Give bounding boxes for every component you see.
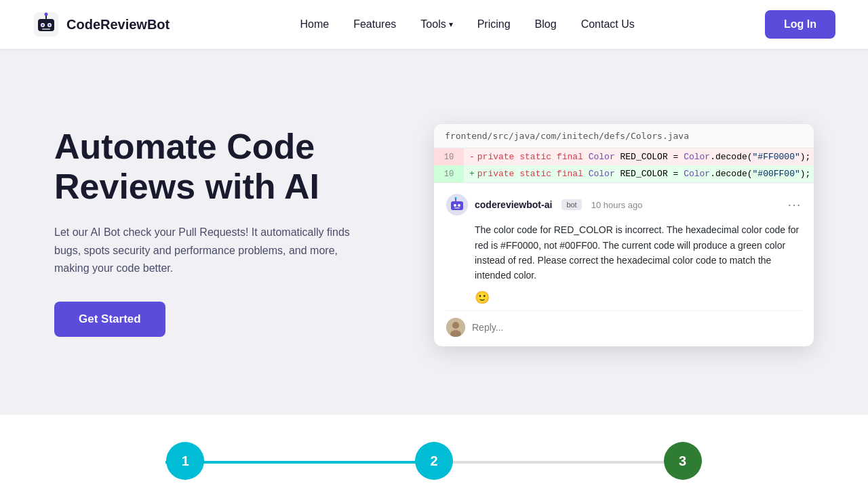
- hero-left: Automate Code Reviews with AI Let our AI…: [54, 127, 407, 338]
- keyword-static-added: static: [519, 169, 551, 179]
- step-3: 3 Create a PR to Trigger CodeReviewBot: [558, 442, 807, 488]
- keyword-private: private: [477, 152, 515, 162]
- keyword-color: Color: [589, 152, 615, 162]
- svg-point-17: [452, 322, 459, 329]
- diff-minus-icon: -: [469, 152, 475, 162]
- steps-row: 1 Sign In with GitHub 2 Authorize CodeRe…: [61, 442, 807, 488]
- step-2-num: 2: [430, 453, 437, 469]
- diff-line-num-removed: 10: [434, 148, 464, 165]
- tools-chevron-icon: ▾: [449, 20, 453, 29]
- comment-time: 10 hours ago: [591, 200, 643, 210]
- user-avatar-icon: [446, 318, 465, 337]
- comment-header: codereviewbot-ai bot 10 hours ago ⋯: [446, 194, 802, 216]
- diff-line-content-removed: -private static final Color RED_COLOR = …: [464, 148, 814, 165]
- nav-logo[interactable]: CodeReviewBot: [33, 11, 170, 38]
- review-card: frontend/src/java/com/initech/defs/Color…: [434, 124, 814, 346]
- svg-rect-10: [451, 201, 463, 210]
- hero-title: Automate Code Reviews with AI: [54, 127, 407, 208]
- reply-input[interactable]: [472, 322, 802, 333]
- keyword-color-decode-added: Color: [684, 169, 710, 179]
- code-diff: frontend/src/java/com/initech/defs/Color…: [434, 124, 814, 182]
- diff-line-removed: 10 -private static final Color RED_COLOR…: [434, 148, 814, 165]
- diff-plus-icon: +: [469, 169, 475, 179]
- bot-name: codereviewbot-ai: [475, 199, 552, 210]
- svg-point-5: [42, 24, 44, 26]
- reply-row: [446, 310, 802, 340]
- keyword-private-added: private: [477, 169, 515, 179]
- diff-line-content-added: +private static final Color RED_COLOR = …: [464, 165, 814, 182]
- keyword-static: static: [519, 152, 551, 162]
- nav-logo-text: CodeReviewBot: [66, 17, 170, 33]
- keyword-color-decode: Color: [684, 152, 710, 162]
- steps-section: 1 Sign In with GitHub 2 Authorize CodeRe…: [0, 415, 868, 488]
- keyword-final: final: [557, 152, 583, 162]
- svg-point-14: [455, 197, 457, 199]
- step-1-num: 1: [182, 453, 189, 469]
- bot-avatar-icon: [450, 197, 465, 212]
- step-2: 2 Authorize CodeReviewBot App: [310, 442, 559, 488]
- bot-avatar: [446, 194, 468, 216]
- nav-pricing[interactable]: Pricing: [477, 18, 511, 30]
- nav-tools-dropdown[interactable]: Tools ▾: [420, 18, 452, 30]
- nav-blog[interactable]: Blog: [535, 18, 557, 30]
- hero-subtitle: Let our AI Bot check your Pull Requests!…: [54, 224, 366, 277]
- nav-features[interactable]: Features: [353, 18, 396, 30]
- diff-line-num-added: 10: [434, 165, 464, 182]
- svg-point-9: [45, 13, 48, 16]
- string-green: "#00FF00": [753, 169, 800, 179]
- hero-right: frontend/src/java/com/initech/defs/Color…: [407, 117, 814, 346]
- comment-body: The color code for RED_COLOR is incorrec…: [475, 222, 802, 283]
- navbar: CodeReviewBot Home Features Tools ▾ Pric…: [0, 0, 868, 49]
- svg-point-11: [454, 204, 456, 207]
- step-3-num: 3: [679, 453, 686, 469]
- emoji-button[interactable]: 🙂: [475, 290, 802, 305]
- nav-contact[interactable]: Contact Us: [581, 18, 635, 30]
- hero-section: Automate Code Reviews with AI Let our AI…: [0, 49, 868, 415]
- comment-menu-icon[interactable]: ⋯: [787, 197, 802, 213]
- reply-avatar: [446, 318, 465, 337]
- string-red: "#FF0000": [753, 152, 800, 162]
- diff-filepath: frontend/src/java/com/initech/defs/Color…: [434, 124, 814, 148]
- keyword-color-added: Color: [589, 169, 615, 179]
- nav-tools-link[interactable]: Tools: [420, 18, 446, 30]
- nav-links: Home Features Tools ▾ Pricing Blog Conta…: [300, 18, 635, 30]
- svg-point-12: [458, 204, 460, 207]
- step-1: 1 Sign In with GitHub: [61, 442, 310, 488]
- step-2-circle: 2: [415, 442, 453, 480]
- bot-badge: bot: [561, 199, 581, 210]
- nav-home[interactable]: Home: [300, 18, 330, 30]
- step-1-circle: 1: [166, 442, 204, 480]
- comment-section: codereviewbot-ai bot 10 hours ago ⋯ The …: [434, 182, 814, 346]
- svg-rect-7: [42, 28, 50, 30]
- step-3-circle: 3: [664, 442, 702, 480]
- get-started-button[interactable]: Get Started: [54, 302, 165, 337]
- keyword-final-added: final: [557, 169, 583, 179]
- login-button[interactable]: Log In: [765, 10, 835, 39]
- logo-icon: [33, 11, 60, 38]
- svg-point-6: [49, 24, 51, 26]
- diff-line-added: 10 +private static final Color RED_COLOR…: [434, 165, 814, 182]
- svg-rect-15: [454, 207, 460, 209]
